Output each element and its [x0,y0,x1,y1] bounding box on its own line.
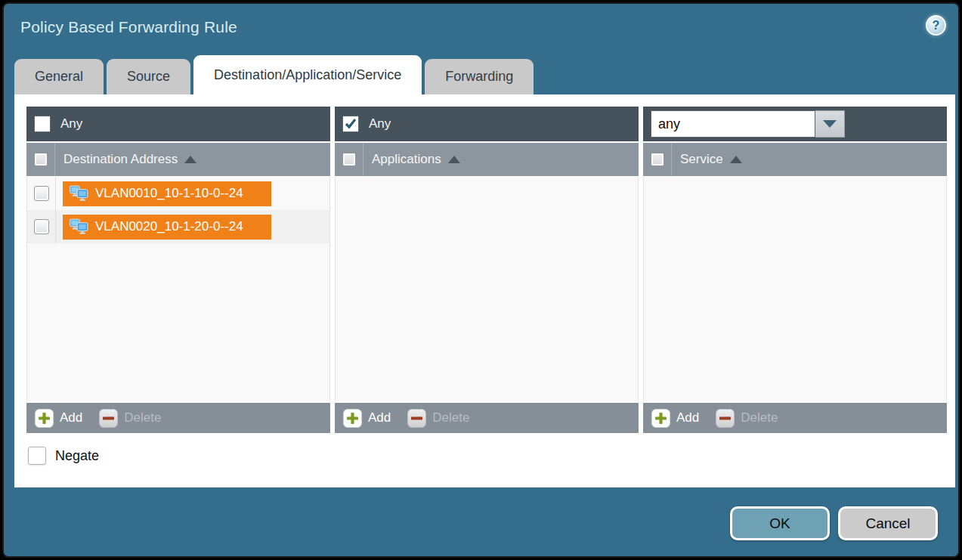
delete-label: Delete [432,410,469,425]
destination-row-2-entry[interactable]: VLAN0020_10-1-20-0--24 [63,215,271,240]
destination-sort-header[interactable]: Destination Address [55,143,196,176]
delete-label: Delete [124,410,161,425]
panels-row: Any Destination Address [26,107,947,433]
destination-row-1-checkbox[interactable] [34,186,49,201]
destination-add-button[interactable]: Add [35,409,82,428]
service-list [643,177,947,401]
destination-list: VLAN0010_10-1-10-0--24 [26,177,330,401]
destination-panel: Any Destination Address [26,107,330,433]
tab-source[interactable]: Source [107,59,190,94]
add-plus-icon [35,409,54,428]
destination-toolbar: Add Delete [26,403,330,433]
dialog-title: Policy Based Forwarding Rule [20,18,237,36]
applications-sort-header[interactable]: Applications [363,143,460,176]
cancel-button[interactable]: Cancel [838,506,938,540]
destination-row-2-name: VLAN0020_10-1-20-0--24 [95,219,243,234]
add-label: Add [676,410,699,425]
delete-minus-icon [99,409,118,428]
delete-label: Delete [741,410,778,425]
service-column-header: Service [643,143,947,176]
service-header-label: Service [680,152,723,167]
chevron-down-icon [823,120,837,128]
help-icon[interactable]: ? [926,15,946,36]
tab-content: Any Destination Address [14,94,955,487]
applications-panel: Any Applications [335,107,639,433]
destination-column-header: Destination Address [26,143,330,176]
ok-button[interactable]: OK [730,506,830,540]
add-plus-icon [651,409,670,428]
delete-minus-icon [716,409,735,428]
sort-ascending-icon [730,156,742,163]
applications-any-label: Any [369,116,391,131]
applications-add-button[interactable]: Add [343,409,391,428]
service-sort-header[interactable]: Service [672,143,742,176]
network-address-icon [70,185,88,202]
destination-select-all-checkbox[interactable] [34,153,48,166]
add-label: Add [368,410,391,425]
destination-any-bar: Any [26,107,330,141]
applications-select-all-checkbox[interactable] [342,153,356,166]
applications-list [335,177,639,401]
destination-row-1: VLAN0010_10-1-10-0--24 [27,177,329,210]
applications-any-bar: Any [335,107,639,141]
negate-row: Negate [28,447,99,465]
applications-delete-button[interactable]: Delete [407,409,469,428]
delete-minus-icon [407,409,426,428]
destination-delete-button[interactable]: Delete [99,409,161,428]
destination-row-1-name: VLAN0010_10-1-10-0--24 [95,186,243,201]
applications-any-checkbox[interactable] [342,116,359,132]
tab-forwarding[interactable]: Forwarding [425,59,534,94]
add-plus-icon [343,409,362,428]
destination-header-label: Destination Address [63,152,178,167]
applications-toolbar: Add Delete [335,403,639,433]
help-glyph: ? [933,19,940,32]
add-label: Add [60,410,82,425]
destination-any-label: Any [60,116,82,131]
destination-row-1-entry[interactable]: VLAN0010_10-1-10-0--24 [63,181,271,206]
destination-any-checkbox[interactable] [34,116,51,132]
negate-label: Negate [55,448,99,464]
tab-destination-application-service[interactable]: Destination/Application/Service [193,55,422,94]
service-select-all-checkbox[interactable] [651,153,664,166]
service-delete-button[interactable]: Delete [716,409,778,428]
destination-row-2-checkbox[interactable] [34,219,49,234]
dropdown-button[interactable] [815,110,845,138]
applications-column-header: Applications [335,143,639,176]
service-type-value: any [651,110,815,138]
negate-checkbox[interactable] [28,447,46,465]
service-panel: any Service [643,107,947,433]
applications-header-label: Applications [372,152,441,167]
service-dropdown-bar: any [643,107,947,141]
sort-ascending-icon [448,156,460,163]
tab-bar: General Source Destination/Application/S… [14,55,534,94]
sort-ascending-icon [184,156,196,163]
service-add-button[interactable]: Add [651,409,699,428]
network-address-icon [70,218,88,235]
service-type-dropdown[interactable]: any [651,110,845,138]
dialog-footer-buttons: OK Cancel [730,506,938,540]
destination-row-2: VLAN0020_10-1-20-0--24 [27,210,329,243]
policy-based-forwarding-dialog: Policy Based Forwarding Rule ? General S… [2,2,960,558]
service-toolbar: Add Delete [643,403,947,433]
tab-general[interactable]: General [14,59,104,94]
